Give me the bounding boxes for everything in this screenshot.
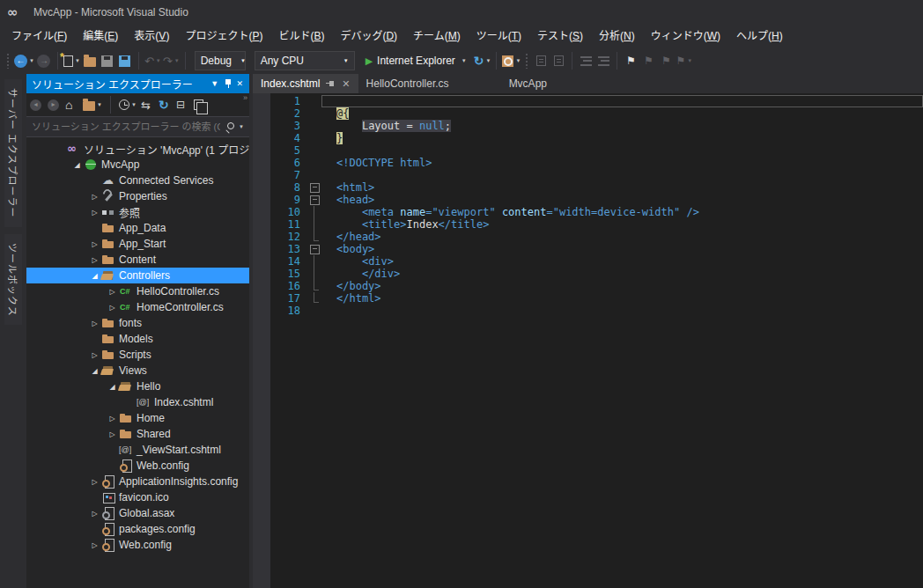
tree-item[interactable]: ▷Global.asax: [26, 505, 249, 521]
chevron-down-icon[interactable]: ▼: [239, 124, 244, 129]
code-line[interactable]: 5: [270, 144, 923, 157]
code-text[interactable]: [321, 144, 923, 157]
code-line[interactable]: 1: [270, 95, 923, 107]
toolbar-overflow-icon[interactable]: »: [243, 93, 247, 102]
fold-collapse-icon[interactable]: [307, 181, 321, 194]
code-line[interactable]: 14 <div>: [270, 255, 923, 268]
code-text[interactable]: <body>: [321, 243, 923, 255]
tree-item[interactable]: ▷Home: [26, 410, 249, 426]
code-text[interactable]: <head>: [321, 194, 923, 206]
expand-arrow-icon[interactable]: ▷: [106, 304, 119, 312]
expand-arrow-icon[interactable]: ▷: [88, 209, 101, 217]
code-line[interactable]: 3 Layout = null;: [270, 120, 923, 132]
window-position-menu-button[interactable]: ▼: [210, 79, 219, 88]
navigate-forward-button[interactable]: →: [36, 51, 52, 70]
collapse-all-button[interactable]: ⊟: [176, 99, 189, 111]
comment-button[interactable]: [533, 51, 549, 70]
close-icon[interactable]: ✕: [342, 79, 350, 89]
close-panel-button[interactable]: ✕: [235, 79, 244, 88]
code-text[interactable]: <html>: [321, 181, 923, 194]
undo-button[interactable]: ↶▼: [144, 51, 161, 70]
code-line[interactable]: 12</head>: [270, 231, 923, 243]
increase-indent-button[interactable]: [595, 51, 611, 70]
code-line[interactable]: 15 </div>: [270, 268, 923, 280]
pin-icon[interactable]: [326, 80, 336, 88]
breakpoint-margin[interactable]: [253, 93, 270, 588]
menu-item-8[interactable]: テスト(S): [529, 25, 591, 48]
solution-configuration-combo[interactable]: Debug ▼: [195, 51, 246, 70]
tree-item[interactable]: ▷Shared: [26, 426, 249, 442]
refresh-browser-button[interactable]: ↻▼: [474, 51, 491, 70]
tree-item[interactable]: _ViewStart.cshtml: [26, 442, 249, 458]
collapse-arrow-icon[interactable]: ◢: [88, 272, 101, 280]
save-all-button[interactable]: [117, 51, 133, 70]
code-text[interactable]: <div>: [321, 255, 923, 268]
tree-item[interactable]: Web.config: [26, 458, 249, 474]
code-editor[interactable]: 12@{3 Layout = null;4}56<!DOCTYPE html>7…: [270, 93, 923, 588]
code-text[interactable]: <title>Index</title>: [321, 218, 923, 231]
expand-arrow-icon[interactable]: ▷: [106, 430, 119, 438]
code-line[interactable]: 13<body>: [270, 243, 923, 255]
code-text[interactable]: </div>: [321, 268, 923, 280]
auto-hide-pin-button[interactable]: [224, 78, 230, 89]
find-in-files-button[interactable]: ▼: [502, 51, 521, 70]
tree-item[interactable]: Index.cshtml: [26, 394, 249, 410]
tree-item[interactable]: ▷Content: [26, 252, 249, 268]
menu-item-9[interactable]: 分析(N): [591, 25, 643, 48]
uncomment-button[interactable]: [550, 51, 566, 70]
tree-item[interactable]: Connected Services: [26, 173, 249, 188]
se-forward-button[interactable]: ▸: [48, 99, 61, 111]
menu-item-7[interactable]: ツール(T): [469, 25, 529, 48]
code-text[interactable]: [321, 305, 923, 317]
collapse-arrow-icon[interactable]: ◢: [88, 367, 101, 375]
code-line[interactable]: 18: [270, 305, 923, 317]
code-line[interactable]: 4}: [270, 132, 923, 144]
tree-item[interactable]: ▷参照: [26, 204, 249, 220]
fold-collapse-icon[interactable]: [307, 243, 321, 255]
toolbar-drag-grip[interactable]: [6, 53, 10, 69]
current-code-line[interactable]: [321, 95, 923, 107]
se-back-button[interactable]: ◂: [30, 99, 43, 111]
se-home-button[interactable]: ⌂: [65, 98, 78, 112]
save-button[interactable]: [100, 51, 115, 70]
tree-item[interactable]: ▷ApplicationInsights.config: [26, 474, 249, 489]
code-line[interactable]: 10 <meta name="viewport" content="width=…: [270, 206, 923, 218]
code-text[interactable]: </body>: [321, 280, 923, 292]
tree-item[interactable]: ▷Scripts: [26, 347, 249, 363]
menu-item-6[interactable]: チーム(M): [405, 25, 469, 48]
toggle-bookmark-button[interactable]: ⚑: [623, 51, 639, 70]
expand-arrow-icon[interactable]: ▷: [88, 478, 101, 486]
tree-item[interactable]: Models: [26, 331, 249, 347]
menu-item-10[interactable]: ウィンドウ(W): [643, 25, 728, 48]
se-refresh-button[interactable]: ↻: [159, 98, 172, 112]
search-icon[interactable]: [225, 122, 235, 132]
tree-item[interactable]: ◢Hello: [26, 379, 249, 394]
side-tab-1[interactable]: ツールボックス: [4, 234, 22, 326]
new-project-button[interactable]: ▼: [63, 51, 80, 70]
menu-item-11[interactable]: ヘルプ(H): [728, 25, 791, 48]
tree-item[interactable]: App_Data: [26, 220, 249, 236]
previous-bookmark-button[interactable]: ⚑: [640, 51, 656, 70]
tree-item[interactable]: ◢Views: [26, 363, 249, 379]
expand-arrow-icon[interactable]: ▷: [88, 240, 101, 248]
tree-item[interactable]: ▷Web.config: [26, 537, 249, 553]
document-tab-1[interactable]: HelloController.cs: [358, 74, 457, 93]
tree-item[interactable]: ソリューション 'MvcApp' (1 プロジェクト): [26, 141, 249, 157]
collapse-arrow-icon[interactable]: ◢: [106, 383, 119, 391]
tree-item[interactable]: ▷App_Start: [26, 236, 249, 252]
start-debugging-button[interactable]: ▶ Internet Explorer ▼: [360, 51, 472, 70]
toolbar-drag-grip[interactable]: [525, 53, 528, 69]
switch-views-button[interactable]: ▼: [83, 99, 102, 111]
menu-item-0[interactable]: ファイル(F): [4, 25, 75, 48]
code-line[interactable]: 2@{: [270, 107, 923, 120]
code-text[interactable]: </head>: [321, 231, 923, 243]
expand-arrow-icon[interactable]: ▷: [106, 415, 119, 423]
fold-collapse-icon[interactable]: [307, 194, 321, 206]
menu-item-3[interactable]: プロジェクト(P): [177, 25, 270, 48]
solution-explorer-header[interactable]: ソリューション エクスプローラー ▼ ✕: [26, 74, 249, 93]
tree-item[interactable]: ▷HomeController.cs: [26, 299, 249, 315]
clear-bookmarks-button[interactable]: ⚑▼: [676, 51, 692, 70]
expand-arrow-icon[interactable]: ▷: [88, 351, 101, 359]
code-text[interactable]: <!DOCTYPE html>: [321, 157, 923, 169]
menu-item-4[interactable]: ビルド(B): [270, 25, 332, 48]
